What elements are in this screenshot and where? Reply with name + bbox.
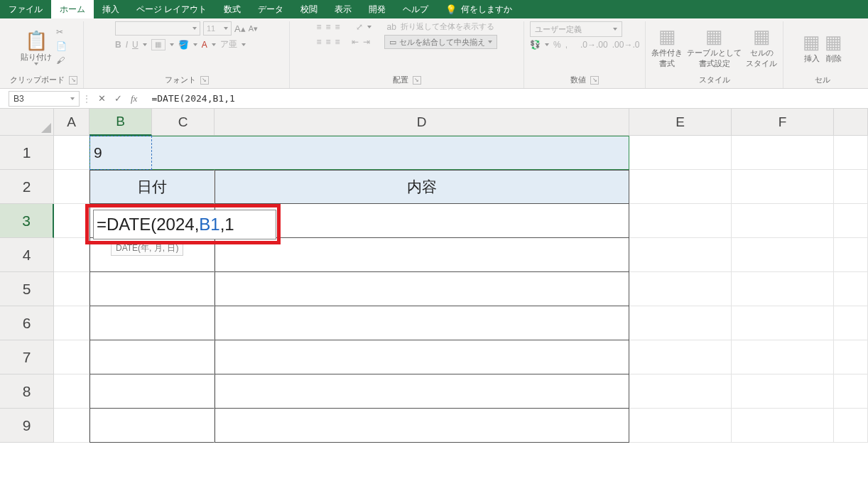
bold-button[interactable]: B <box>115 40 121 50</box>
cell-E3[interactable] <box>629 204 732 238</box>
cell-F3[interactable] <box>732 204 834 238</box>
align-bottom-icon[interactable]: ≡ <box>335 22 340 32</box>
row-header-4[interactable]: 4 <box>0 238 54 272</box>
cell-blank-5[interactable] <box>834 272 868 306</box>
tab-formulas[interactable]: 数式 <box>215 0 249 18</box>
cell-blank-4[interactable] <box>834 238 868 272</box>
decrease-decimal-icon[interactable]: .00→.0 <box>612 40 640 50</box>
cell-D2[interactable]: 内容 <box>215 170 629 204</box>
decrease-indent-icon[interactable]: ⇤ <box>352 37 359 47</box>
delete-cells-button[interactable]: ▦ 削除 <box>825 31 842 64</box>
orientation-icon[interactable]: ⤢ <box>356 22 363 32</box>
align-center-icon[interactable]: ≡ <box>325 37 330 47</box>
cell-F5[interactable] <box>732 272 834 306</box>
cell-F1[interactable] <box>732 136 834 170</box>
row-header-2[interactable]: 2 <box>0 170 54 204</box>
cell-editor[interactable]: =DATE(2024,B1,1 <box>93 210 276 239</box>
dialog-launcher-icon[interactable]: ↘ <box>200 76 209 85</box>
row-header-6[interactable]: 6 <box>0 306 54 340</box>
cell-styles-button[interactable]: ▦ セルの スタイル <box>746 26 777 69</box>
phonetic-button[interactable]: ア亜 <box>220 38 237 50</box>
tab-home[interactable]: ホーム <box>51 0 94 18</box>
cell-B5[interactable] <box>89 272 215 306</box>
align-top-icon[interactable]: ≡ <box>316 22 321 32</box>
cell-blank-2[interactable] <box>834 170 868 204</box>
merge-center-button[interactable]: ▭ セルを結合して中央揃え <box>384 35 497 49</box>
align-left-icon[interactable]: ≡ <box>316 37 321 47</box>
cell-D8[interactable] <box>215 374 629 409</box>
dialog-launcher-icon[interactable]: ↘ <box>413 76 421 85</box>
align-right-icon[interactable]: ≡ <box>335 37 340 47</box>
cut-icon[interactable]: ✂ <box>56 27 67 40</box>
font-name-select[interactable] <box>115 21 200 36</box>
cell-blank-1[interactable] <box>834 136 868 170</box>
cell-blank-7[interactable] <box>834 340 868 374</box>
font-size-select[interactable]: 11 <box>203 21 232 36</box>
wrap-text-label[interactable]: 折り返して全体を表示する <box>401 21 494 32</box>
paste-button[interactable]: 📋 貼り付け <box>21 30 52 65</box>
row-header-7[interactable]: 7 <box>0 340 54 374</box>
italic-button[interactable]: I <box>126 40 128 50</box>
tab-developer[interactable]: 開発 <box>360 0 394 18</box>
wrap-text-icon[interactable]: ab <box>387 22 396 32</box>
tab-data[interactable]: データ <box>249 0 292 18</box>
cell-F6[interactable] <box>732 306 834 340</box>
align-middle-icon[interactable]: ≡ <box>325 22 330 32</box>
tab-review[interactable]: 校閲 <box>292 0 326 18</box>
row-header-3[interactable]: 3 <box>0 204 54 238</box>
copy-icon[interactable]: 📄 <box>56 41 67 54</box>
cell-blank-3[interactable] <box>834 204 868 238</box>
cell-A9[interactable] <box>54 409 89 443</box>
cell-A7[interactable] <box>54 340 89 374</box>
cancel-formula-icon[interactable]: ✕ <box>98 93 106 104</box>
cell-B6[interactable] <box>89 306 215 340</box>
cell-B9[interactable] <box>89 409 215 443</box>
col-header-E[interactable]: E <box>629 109 732 136</box>
cell-A3[interactable] <box>54 204 89 238</box>
col-header-A[interactable]: A <box>54 109 89 136</box>
cell-D5[interactable] <box>215 272 629 306</box>
font-color-button[interactable]: A <box>202 40 207 50</box>
cell-E7[interactable] <box>629 340 732 374</box>
underline-button[interactable]: U <box>132 40 139 50</box>
cell-D6[interactable] <box>215 306 629 340</box>
cell-F2[interactable] <box>732 170 834 204</box>
tab-help[interactable]: ヘルプ <box>394 0 437 18</box>
cell-E1[interactable] <box>629 136 732 170</box>
fill-color-button[interactable]: 🪣 <box>178 40 189 50</box>
cell-E4[interactable] <box>629 238 732 272</box>
cell-A5[interactable] <box>54 272 89 306</box>
cell-F7[interactable] <box>732 340 834 374</box>
increase-decimal-icon[interactable]: .0→.00 <box>580 40 608 50</box>
format-as-table-button[interactable]: ▦ テーブルとして 書式設定 <box>687 26 742 69</box>
cell-E9[interactable] <box>629 409 732 443</box>
enter-formula-icon[interactable]: ✓ <box>114 93 122 104</box>
percent-format-icon[interactable]: % <box>553 40 561 50</box>
conditional-formatting-button[interactable]: ▦ 条件付き 書式 <box>651 26 683 69</box>
cell-A8[interactable] <box>54 374 89 409</box>
col-header-B[interactable]: B <box>89 109 152 136</box>
insert-cells-button[interactable]: ▦ 挿入 <box>803 31 820 64</box>
cell-B7[interactable] <box>89 340 215 374</box>
tab-page-layout[interactable]: ページ レイアウト <box>128 0 215 18</box>
cell-A1[interactable] <box>54 136 89 170</box>
cell-D9[interactable] <box>215 409 629 443</box>
tab-file[interactable]: ファイル <box>0 0 51 18</box>
cell-blank-8[interactable] <box>834 374 868 409</box>
row-header-5[interactable]: 5 <box>0 272 54 306</box>
row-header-9[interactable]: 9 <box>0 409 54 443</box>
comma-format-icon[interactable]: , <box>565 40 568 50</box>
cell-D4[interactable] <box>215 238 629 272</box>
format-painter-icon[interactable]: 🖌 <box>56 55 67 68</box>
cell-F9[interactable] <box>732 409 834 443</box>
cell-B8[interactable] <box>89 374 215 409</box>
cell-A6[interactable] <box>54 306 89 340</box>
cell-A4[interactable] <box>54 238 89 272</box>
tab-view[interactable]: 表示 <box>326 0 360 18</box>
col-header-D[interactable]: D <box>215 109 629 136</box>
cell-B1[interactable]: 9 <box>89 136 629 170</box>
select-all-button[interactable] <box>0 109 54 136</box>
cell-F8[interactable] <box>732 374 834 409</box>
cell-F4[interactable] <box>732 238 834 272</box>
cell-E8[interactable] <box>629 374 732 409</box>
